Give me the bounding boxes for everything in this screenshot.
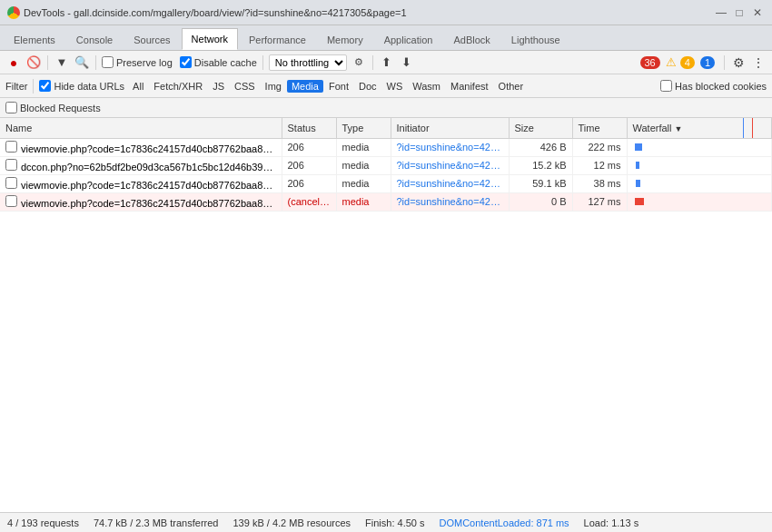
import-button[interactable]: ⬆ — [379, 54, 395, 71]
filter-type-media[interactable]: Media — [287, 80, 323, 93]
filter-type-all[interactable]: All — [128, 80, 148, 93]
disable-cache-label[interactable]: Disable cache — [180, 56, 257, 68]
blocked-requests-text: Blocked Requests — [20, 103, 101, 113]
tab-elements[interactable]: Elements — [4, 28, 65, 50]
tab-adblock[interactable]: AdBlock — [443, 28, 500, 50]
row-name-text: viewmovie.php?code=1c7836c24157d40cb8776… — [21, 143, 282, 154]
network-table-container: Name Status Type Initiator Size Time Wat… — [0, 118, 772, 512]
row-size: 59.1 kB — [509, 174, 572, 192]
tab-lighthouse[interactable]: Lighthouse — [501, 28, 570, 50]
settings-button[interactable]: ⚙ — [730, 54, 747, 71]
filter-type-img[interactable]: Img — [261, 80, 286, 93]
waterfall-fill — [636, 162, 639, 169]
row-name: dccon.php?no=62b5df2be09d3ca567b1c5bc12d… — [0, 156, 282, 174]
col-header-time[interactable]: Time — [572, 118, 627, 138]
row-type: media — [336, 192, 391, 211]
disable-cache-checkbox[interactable] — [180, 56, 192, 68]
row-waterfall — [627, 174, 772, 192]
tab-console[interactable]: Console — [66, 28, 123, 50]
waterfall-bar — [633, 197, 767, 206]
minimize-button[interactable]: — — [714, 5, 728, 20]
row-name: viewmovie.php?code=1c7836c24157d40cb8776… — [0, 138, 282, 156]
row-status: 206 — [282, 156, 336, 174]
waterfall-fill — [635, 143, 642, 151]
row-waterfall — [627, 138, 772, 156]
row-time: 12 ms — [572, 156, 627, 174]
search-button[interactable]: 🔍 — [74, 54, 90, 71]
row-checkbox[interactable] — [5, 195, 17, 207]
waterfall-bar — [633, 179, 767, 188]
preserve-log-label[interactable]: Preserve log — [102, 56, 173, 68]
filter-type-ws[interactable]: WS — [382, 80, 408, 93]
more-button[interactable]: ⋮ — [750, 54, 767, 71]
clear-button[interactable]: 🚫 — [25, 54, 42, 71]
throttle-select[interactable]: No throttlingFast 3GSlow 3GOffline — [269, 54, 347, 71]
filter-type-font[interactable]: Font — [324, 80, 353, 93]
tab-memory[interactable]: Memory — [317, 28, 373, 50]
row-initiator[interactable]: ?id=sunshine&no=4217... — [391, 192, 509, 211]
filter-type-other[interactable]: Other — [494, 80, 529, 93]
blocked-requests-row: Blocked Requests — [0, 98, 772, 118]
row-checkbox[interactable] — [5, 177, 17, 189]
col-header-status[interactable]: Status — [282, 118, 336, 138]
table-row[interactable]: viewmovie.php?code=1c7836c24157d40cb8776… — [0, 138, 772, 156]
row-type: media — [336, 174, 391, 192]
table-row[interactable]: dccon.php?no=62b5df2be09d3ca567b1c5bc12d… — [0, 156, 772, 174]
filter-type-wasm[interactable]: Wasm — [408, 80, 445, 93]
warnings-badge: 4 — [680, 56, 695, 69]
title-bar: DevTools - gall.dcinside.com/mgallery/bo… — [0, 0, 772, 25]
waterfall-blue-line — [743, 118, 744, 138]
has-blocked-checkbox[interactable] — [660, 80, 672, 92]
col-header-initiator[interactable]: Initiator — [391, 118, 509, 138]
row-size: 426 B — [509, 138, 572, 156]
preserve-log-checkbox[interactable] — [102, 56, 114, 68]
col-header-waterfall[interactable]: Waterfall ▼ — [627, 118, 772, 138]
blocked-requests-label[interactable]: Blocked Requests — [5, 102, 101, 113]
tab-list: ElementsConsoleSourcesNetworkPerformance… — [4, 28, 570, 50]
filter-label: Filter — [5, 81, 27, 92]
row-waterfall — [627, 156, 772, 174]
row-time: 127 ms — [572, 192, 627, 211]
tab-performance[interactable]: Performance — [239, 28, 316, 50]
tab-sources[interactable]: Sources — [124, 28, 180, 50]
errors-badge: 36 — [640, 56, 660, 69]
filter-row: Filter Hide data URLs AllFetch/XHRJSCSSI… — [0, 74, 772, 98]
row-initiator[interactable]: ?id=sunshine&no=4217... — [391, 138, 509, 156]
filter-type-doc[interactable]: Doc — [354, 80, 381, 93]
filter-type-css[interactable]: CSS — [230, 80, 260, 93]
table-row[interactable]: viewmovie.php?code=1c7836c24157d40cb8776… — [0, 174, 772, 192]
row-time: 222 ms — [572, 138, 627, 156]
tab-application[interactable]: Application — [374, 28, 443, 50]
filter-type-js[interactable]: JS — [208, 80, 229, 93]
export-button[interactable]: ⬇ — [399, 54, 415, 71]
blocked-requests-checkbox[interactable] — [5, 102, 17, 113]
filter-type-manifest[interactable]: Manifest — [446, 80, 493, 93]
tab-network[interactable]: Network — [182, 28, 238, 50]
filter-toggle-button[interactable]: ▼ — [54, 54, 70, 71]
throttle-settings-button[interactable]: ⚙ — [351, 54, 367, 71]
network-table: Name Status Type Initiator Size Time Wat… — [0, 118, 772, 212]
filter-type-fetch/xhr[interactable]: Fetch/XHR — [149, 80, 207, 93]
table-row[interactable]: viewmovie.php?code=1c7836c24157d40cb8776… — [0, 192, 772, 211]
preserve-log-text: Preserve log — [116, 57, 173, 68]
row-checkbox[interactable] — [5, 141, 17, 153]
chrome-logo-icon — [7, 6, 20, 19]
load-time: Load: 1.13 s — [584, 517, 639, 528]
window-controls: — □ ✕ — [714, 5, 765, 20]
col-header-type[interactable]: Type — [336, 118, 391, 138]
row-size: 15.2 kB — [509, 156, 572, 174]
type-filter-buttons: AllFetch/XHRJSCSSImgMediaFontDocWSWasmMa… — [128, 80, 528, 93]
close-button[interactable]: ✕ — [750, 5, 765, 20]
col-header-name[interactable]: Name — [0, 118, 282, 138]
row-status: 206 — [282, 138, 336, 156]
hide-data-urls-checkbox[interactable] — [39, 80, 51, 92]
row-initiator[interactable]: ?id=sunshine&no=4217... — [391, 156, 509, 174]
maximize-button[interactable]: □ — [732, 5, 747, 20]
row-initiator[interactable]: ?id=sunshine&no=4217... — [391, 174, 509, 192]
row-status: (canceled) — [282, 192, 336, 211]
row-checkbox[interactable] — [5, 159, 17, 171]
record-button[interactable]: ● — [5, 54, 22, 71]
has-blocked-label[interactable]: Has blocked cookies — [660, 80, 767, 92]
col-header-size[interactable]: Size — [509, 118, 572, 138]
hide-data-urls-label[interactable]: Hide data URLs — [39, 80, 124, 92]
